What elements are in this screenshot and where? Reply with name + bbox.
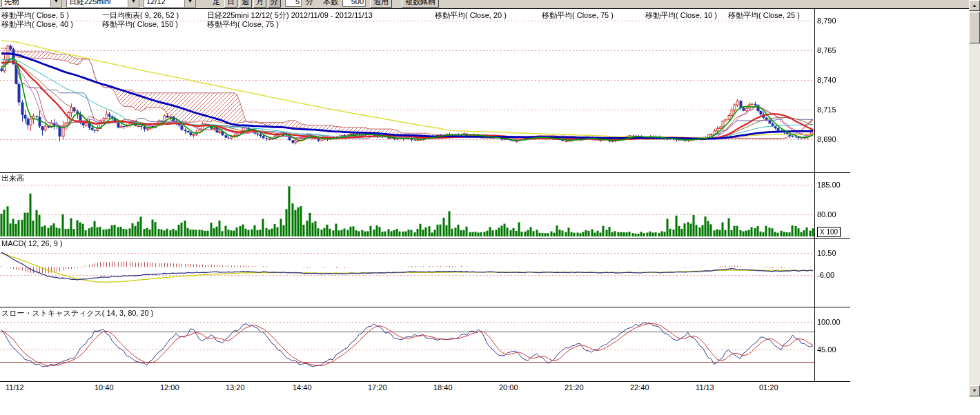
volume-multiplier-badge: X 100 (817, 227, 841, 237)
time-axis-label: 01:20 (759, 383, 778, 392)
time-axis-label: 14:40 (293, 383, 312, 392)
interval-unit-label: 分 (306, 0, 313, 7)
legend-item: 移動平均( Close, 75 ) (207, 19, 279, 30)
panel-separator (0, 381, 850, 382)
y-axis-label: 10.50 (817, 249, 849, 257)
multi-symbol-button[interactable]: 複数銘柄 (402, 0, 439, 8)
toolbar-row: 先物 ▼ 日経225mini ▼ 12/12 ▼ 足 日週月分 分 本数 適用 … (0, 0, 969, 8)
y-axis-label: 8,715 (817, 105, 849, 114)
stoch-panel-title: スロー・ストキャスティクス( 14, 3, 80, 20 ) (1, 308, 153, 318)
bar-count-input[interactable] (342, 0, 366, 7)
bar-count-label: 本数 (323, 0, 338, 7)
panel-separator (0, 172, 850, 173)
time-axis-label: 12:00 (160, 383, 179, 392)
legend-item: 移動平均( Close, 75 ) (542, 10, 614, 21)
y-axis-label: 45.00 (817, 345, 849, 354)
y-axis-label: 100.00 (817, 318, 849, 326)
y-axis-label: -6.00 (817, 271, 849, 279)
period-button-月[interactable]: 月 (253, 0, 266, 8)
scroll-down-icon[interactable]: ▼ (969, 385, 980, 396)
time-axis-label: 18:40 (433, 383, 453, 392)
y-axis-label: 80.00 (817, 210, 849, 219)
price-axis-line (814, 9, 815, 381)
chevron-down-icon[interactable]: ▼ (184, 0, 195, 7)
time-axis-label: 17:20 (368, 383, 387, 392)
interval-input[interactable] (285, 0, 302, 7)
contract-month-value: 12/12 (146, 0, 166, 6)
macd-panel-title: MACD( 12, 26, 9 ) (1, 239, 63, 247)
panel-separator (0, 238, 850, 239)
time-axis-label: 22:40 (630, 383, 649, 392)
legend-item: 移動平均( Close, 150 ) (102, 19, 178, 30)
legend-item: 移動平均( Close, 25 ) (728, 10, 800, 21)
y-axis-label: 8,765 (817, 46, 849, 54)
bar-type-label: 足 (213, 0, 220, 7)
legend-item: 移動平均( Close, 40 ) (1, 19, 73, 30)
panel-separator (0, 307, 850, 307)
instrument-type-select[interactable]: 先物 ▼ (1, 0, 62, 8)
chart-window: 先物 ▼ 日経225mini ▼ 12/12 ▼ 足 日週月分 分 本数 適用 … (0, 0, 980, 415)
time-axis-label: 21:20 (565, 383, 584, 392)
contract-month-select[interactable]: 12/12 ▼ (144, 0, 196, 8)
y-axis-label: 185.00 (817, 181, 849, 189)
y-axis-label: 8,790 (817, 17, 849, 25)
chart-canvas[interactable] (0, 9, 814, 381)
scroll-up-icon[interactable]: ▲ (969, 0, 980, 11)
period-button-分[interactable]: 分 (268, 0, 281, 8)
time-axis-label: 11/12 (6, 383, 24, 392)
legend-item: 移動平均( Close, 10 ) (645, 10, 717, 21)
period-button-日[interactable]: 日 (224, 0, 237, 8)
volume-panel-title: 出来高 (1, 173, 24, 183)
instrument-select[interactable]: 日経225mini ▼ (66, 0, 139, 8)
apply-button[interactable]: 適用 (370, 0, 392, 8)
scrollbar-thumb[interactable] (969, 12, 980, 43)
toolbar: 先物 ▼ 日経225mini ▼ 12/12 ▼ 足 日週月分 分 本数 適用 … (0, 0, 969, 9)
y-axis-label: 8,690 (817, 135, 849, 143)
time-axis-label: 20:00 (499, 383, 518, 392)
instrument-value: 日経225mini (69, 0, 111, 7)
y-axis-label: 8,740 (817, 76, 849, 84)
period-button-group: 日週月分 (224, 0, 281, 8)
instrument-type-value: 先物 (4, 0, 19, 7)
chevron-down-icon[interactable]: ▼ (50, 0, 61, 7)
time-axis-label: 11/13 (696, 383, 714, 392)
chevron-down-icon[interactable]: ▼ (128, 0, 139, 7)
time-axis-label: 13:20 (226, 383, 245, 392)
period-button-週[interactable]: 週 (239, 0, 252, 8)
vertical-scrollbar[interactable]: ▲ ▼ (969, 0, 980, 397)
legend-item: 移動平均( Close, 20 ) (435, 10, 507, 21)
time-axis-label: 10:40 (95, 383, 114, 392)
